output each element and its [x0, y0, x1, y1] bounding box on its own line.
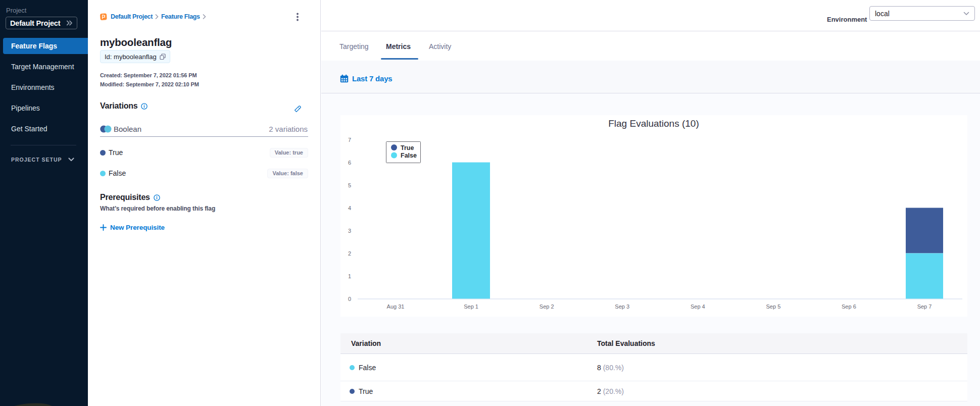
svg-text:Sep 7: Sep 7	[917, 303, 932, 310]
svg-text:1: 1	[348, 273, 351, 279]
svg-text:2: 2	[348, 250, 351, 257]
svg-text:Sep 4: Sep 4	[691, 303, 705, 310]
svg-text:Sep 2: Sep 2	[540, 303, 554, 310]
svg-text:True: True	[401, 144, 414, 151]
svg-text:False: False	[401, 152, 417, 159]
svg-text:Aug 31: Aug 31	[387, 303, 405, 310]
svg-text:5: 5	[348, 182, 351, 188]
svg-text:4: 4	[348, 205, 351, 211]
svg-text:Sep 6: Sep 6	[842, 303, 856, 310]
svg-text:Sep 3: Sep 3	[615, 303, 629, 310]
svg-text:Flag Evaluations (10): Flag Evaluations (10)	[608, 118, 699, 129]
svg-text:7: 7	[348, 137, 351, 143]
svg-text:0: 0	[348, 296, 351, 302]
svg-text:3: 3	[348, 228, 351, 234]
svg-text:6: 6	[348, 160, 351, 166]
svg-text:Sep 1: Sep 1	[464, 303, 478, 310]
svg-text:Sep 5: Sep 5	[766, 303, 781, 310]
